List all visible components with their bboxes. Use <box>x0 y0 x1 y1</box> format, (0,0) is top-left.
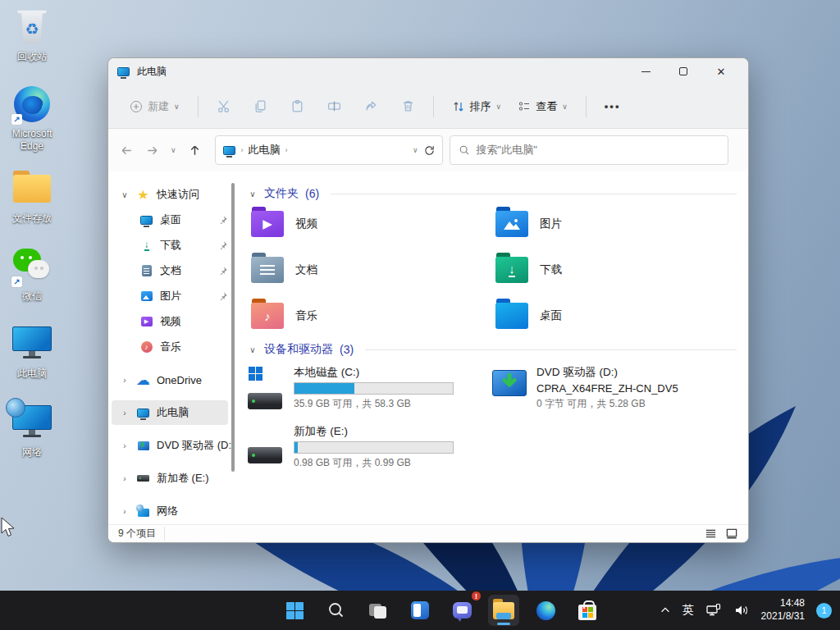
sidebar-item-pictures[interactable]: 图片 <box>112 284 228 308</box>
view-button[interactable]: 查看 ∨ <box>511 94 574 119</box>
sidebar-scrollbar[interactable] <box>231 183 235 472</box>
divider <box>365 349 737 350</box>
folder-tile-music[interactable]: ♪ 音乐 <box>248 301 492 331</box>
edge-button[interactable] <box>530 595 561 626</box>
close-button[interactable]: ✕ <box>702 58 740 84</box>
divider <box>331 194 737 194</box>
divider <box>198 96 199 117</box>
sort-button[interactable]: 排序 ∨ <box>445 94 509 119</box>
back-button[interactable] <box>120 144 134 158</box>
chevron-right-icon[interactable]: › <box>120 376 130 385</box>
breadcrumb-this-pc[interactable]: 此电脑 <box>249 143 281 158</box>
tile-label: 下载 <box>540 262 562 277</box>
store-button[interactable] <box>572 595 603 626</box>
sidebar-item-downloads[interactable]: ↓ 下载 <box>112 233 228 258</box>
folder-tile-desktop[interactable]: 桌面 <box>492 301 737 331</box>
folder-tile-documents[interactable]: 文档 <box>248 255 492 285</box>
drive-name: 本地磁盘 (C:) <box>294 365 454 380</box>
chevron-down-icon[interactable]: ∨ <box>248 189 258 199</box>
disc-label: CPRA_X64FRE_ZH-CN_DV5 <box>536 382 678 395</box>
notification-count-badge[interactable]: 1 <box>816 603 832 619</box>
folder-tile-videos[interactable]: ▶ 视频 <box>248 209 492 239</box>
sidebar-item-dvd-drive[interactable]: › DVD 驱动器 (D:) <box>112 433 228 458</box>
see-more-button[interactable]: ••• <box>598 95 628 117</box>
section-header-devices[interactable]: ∨ 设备和驱动器 (3) <box>248 342 737 357</box>
folder-tile-downloads[interactable]: ↓ 下载 <box>492 255 737 285</box>
desktop-icon-file-folder[interactable]: 文件存放 <box>0 168 64 225</box>
large-icons-view-button[interactable] <box>725 527 738 540</box>
sidebar-item-label: 新加卷 (E:) <box>157 471 209 486</box>
task-view-button[interactable] <box>363 595 394 626</box>
sidebar-item-new-volume[interactable]: › 新加卷 (E:) <box>112 466 228 491</box>
drive-tile-e[interactable]: 新加卷 (E:) 0.98 GB 可用，共 0.99 GB <box>248 424 492 470</box>
desktop-icon-recycle-bin[interactable]: ♻ 回收站 <box>0 7 64 63</box>
cut-icon[interactable] <box>217 99 231 113</box>
tile-label: 桌面 <box>540 308 562 323</box>
section-header-folders[interactable]: ∨ 文件夹 (6) <box>248 186 737 201</box>
chevron-right-icon[interactable]: › <box>120 409 130 418</box>
desktop-icon-edge[interactable]: ↗ Microsoft Edge <box>0 84 64 153</box>
chevron-right-icon[interactable]: › <box>120 507 130 516</box>
desktop-icon-this-pc[interactable]: 此电脑 <box>0 323 64 380</box>
network-icon[interactable] <box>705 603 722 618</box>
share-icon[interactable] <box>364 99 378 113</box>
taskbar: ! 英 14:48 2021/8/31 1 <box>0 591 840 630</box>
drive-tile-c[interactable]: 本地磁盘 (C:) 35.9 GB 可用，共 58.3 GB <box>248 365 492 411</box>
desktop-icon-label: 微信 <box>0 290 64 303</box>
chevron-down-icon[interactable]: ∨ <box>120 190 130 199</box>
rename-icon[interactable] <box>327 99 341 113</box>
maximize-button[interactable] <box>664 58 702 84</box>
tray-time: 14:48 <box>761 597 805 610</box>
delete-icon[interactable] <box>401 99 415 113</box>
new-button[interactable]: 新建 ∨ <box>123 94 186 119</box>
up-button[interactable] <box>188 144 202 158</box>
search-box[interactable]: 搜索"此电脑" <box>450 135 728 165</box>
recent-locations-button[interactable]: ∨ <box>171 146 176 154</box>
file-explorer-button[interactable] <box>488 595 519 626</box>
title-bar[interactable]: 此电脑 ✕ <box>108 58 748 84</box>
volume-icon[interactable] <box>733 604 750 617</box>
desktop-icon-label: Microsoft Edge <box>0 128 64 153</box>
sidebar-item-onedrive[interactable]: › ☁ OneDrive <box>112 368 228 392</box>
folder-tile-pictures[interactable]: 图片 <box>492 209 737 239</box>
chevron-right-icon[interactable]: › <box>120 474 130 483</box>
chat-button[interactable]: ! <box>446 595 477 626</box>
chevron-down-icon: ∨ <box>496 103 502 111</box>
this-pc-icon <box>116 65 130 79</box>
view-icon <box>518 100 531 113</box>
sidebar-item-network[interactable]: › 网络 <box>112 499 228 523</box>
minimize-button[interactable] <box>627 58 664 84</box>
music-folder-icon: ♪ <box>251 303 284 329</box>
drive-tile-dvd[interactable]: DVD 驱动器 (D:) CPRA_X64FRE_ZH-CN_DV5 0 字节 … <box>492 365 737 411</box>
sidebar-item-quick-access[interactable]: ∨ ★ 快速访问 <box>112 182 228 207</box>
taskbar-search-button[interactable] <box>321 595 352 626</box>
widgets-button[interactable] <box>404 595 436 626</box>
chevron-right-icon[interactable]: › <box>120 441 130 450</box>
sidebar-item-desktop[interactable]: 桌面 <box>112 208 228 232</box>
desktop-icon-wechat[interactable]: ↗ 微信 <box>0 246 64 303</box>
desktop-icon-label: 回收站 <box>0 51 64 63</box>
widgets-icon <box>411 601 429 619</box>
copy-icon[interactable] <box>253 99 267 113</box>
chevron-down-icon[interactable]: ∨ <box>248 345 258 354</box>
forward-button[interactable] <box>145 144 159 158</box>
list-view-button[interactable] <box>705 527 717 540</box>
ime-indicator[interactable]: 英 <box>682 603 694 618</box>
address-bar[interactable]: › 此电脑 › ∨ <box>215 135 443 165</box>
this-pc-icon <box>222 144 236 158</box>
clock[interactable]: 14:48 2021/8/31 <box>761 597 805 623</box>
sidebar-item-label: 文档 <box>160 263 181 278</box>
sidebar-item-videos[interactable]: ▶ 视频 <box>112 309 228 334</box>
tray-overflow-button[interactable] <box>660 605 671 616</box>
paste-icon[interactable] <box>290 99 304 113</box>
sidebar-item-documents[interactable]: 文档 <box>112 258 228 283</box>
desktop-icon-network[interactable]: 网络 <box>0 402 64 459</box>
sidebar-item-this-pc[interactable]: › 此电脑 <box>112 400 228 425</box>
desktop-folder-icon <box>139 213 153 227</box>
close-icon: ✕ <box>717 66 726 77</box>
sort-icon <box>452 100 465 113</box>
address-dropdown-icon[interactable]: ∨ <box>413 146 418 154</box>
start-button[interactable] <box>279 595 310 626</box>
sidebar-item-music[interactable]: ♪ 音乐 <box>112 335 228 359</box>
refresh-button[interactable] <box>423 144 436 157</box>
